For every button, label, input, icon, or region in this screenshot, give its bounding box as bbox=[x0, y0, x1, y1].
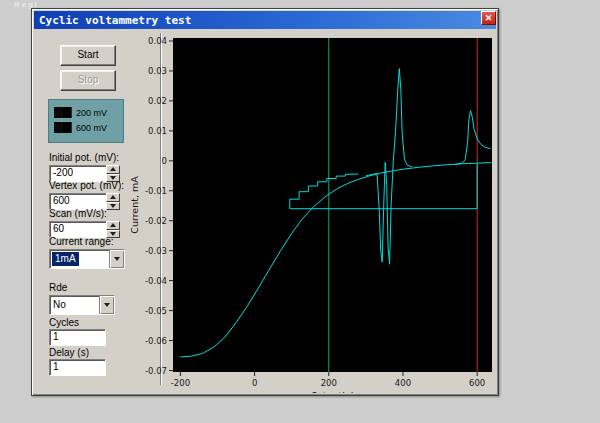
spinner-up-button[interactable] bbox=[106, 193, 120, 202]
delay-label: Delay (s) bbox=[49, 347, 89, 358]
plot-area bbox=[173, 38, 492, 372]
legend-swatch-icon bbox=[54, 122, 72, 133]
y-tick-label: -0.06 bbox=[145, 336, 167, 346]
legend-panel: 200 mV 600 mV bbox=[48, 99, 124, 143]
rde-label: Rde bbox=[49, 282, 67, 293]
y-tick-label: -0.03 bbox=[145, 246, 167, 256]
app-window: Cyclic voltammetry test ✕ Start Stop 200… bbox=[31, 8, 499, 396]
current-range-select[interactable]: 1mA bbox=[49, 249, 125, 269]
chevron-down-icon bbox=[104, 303, 110, 307]
close-button[interactable]: ✕ bbox=[481, 11, 496, 25]
chevron-up-icon bbox=[110, 223, 116, 227]
y-tick-label: -0.05 bbox=[145, 306, 167, 316]
scan-rate-label: Scan (mV/s): bbox=[49, 208, 107, 219]
cv-chart: 0.040.030.020.010-0.01-0.02-0.03-0.04-0.… bbox=[128, 29, 496, 393]
stop-button[interactable]: Stop bbox=[60, 70, 116, 91]
x-tick-label: 600 bbox=[469, 378, 485, 388]
spinner-up-button[interactable] bbox=[106, 221, 120, 230]
y-tick-label: -0.01 bbox=[145, 186, 167, 196]
cycles-input[interactable]: 1 bbox=[49, 329, 106, 346]
chevron-down-icon bbox=[110, 204, 116, 208]
legend-item-label: 200 mV bbox=[76, 108, 107, 118]
x-tick-label: -200 bbox=[171, 378, 190, 388]
close-icon: ✕ bbox=[485, 13, 493, 23]
y-tick-label: 0.03 bbox=[148, 66, 167, 76]
rde-select[interactable]: No bbox=[49, 295, 115, 315]
dropdown-arrow-button[interactable] bbox=[109, 250, 124, 268]
y-tick-label: 0.04 bbox=[148, 36, 167, 46]
y-tick-label: 0.02 bbox=[148, 96, 167, 106]
vertex-pot-stepper[interactable] bbox=[106, 193, 120, 210]
chevron-down-icon bbox=[114, 257, 120, 261]
x-tick-label: 400 bbox=[395, 378, 411, 388]
dropdown-arrow-button[interactable] bbox=[99, 296, 114, 314]
current-range-value: 1mA bbox=[52, 252, 79, 266]
y-tick-label: -0.04 bbox=[145, 276, 167, 286]
legend-swatch-icon bbox=[54, 107, 72, 118]
delay-input[interactable]: 1 bbox=[49, 359, 106, 376]
y-tick-label: 0 bbox=[162, 156, 167, 166]
y-axis-title: Current, mA bbox=[129, 176, 140, 234]
initial-pot-label: Initial pot. (mV): bbox=[49, 152, 119, 163]
legend-item-label: 600 mV bbox=[76, 123, 107, 133]
rde-value: No bbox=[50, 298, 69, 312]
x-tick-label: 200 bbox=[321, 378, 337, 388]
title-bar[interactable]: Cyclic voltammetry test bbox=[34, 11, 496, 29]
y-tick-label: -0.07 bbox=[145, 366, 167, 376]
start-button[interactable]: Start bbox=[60, 45, 116, 66]
legend-item: 200 mV bbox=[54, 105, 123, 120]
cycles-label: Cycles bbox=[49, 317, 79, 328]
x-axis-title: Potential bbox=[312, 390, 354, 393]
chevron-up-icon bbox=[110, 167, 116, 171]
window-title: Cyclic voltammetry test bbox=[34, 14, 191, 27]
spinner-down-button[interactable] bbox=[106, 202, 120, 211]
x-tick-label: 0 bbox=[252, 378, 257, 388]
vertex-pot-label: Vertex pot. (mV): bbox=[49, 180, 124, 191]
current-range-label: Current range: bbox=[49, 236, 113, 247]
legend-item: 600 mV bbox=[54, 120, 123, 135]
spinner-up-button[interactable] bbox=[106, 165, 120, 174]
y-tick-label: 0.01 bbox=[148, 126, 167, 136]
y-tick-label: -0.02 bbox=[145, 216, 167, 226]
chevron-up-icon bbox=[110, 195, 116, 199]
